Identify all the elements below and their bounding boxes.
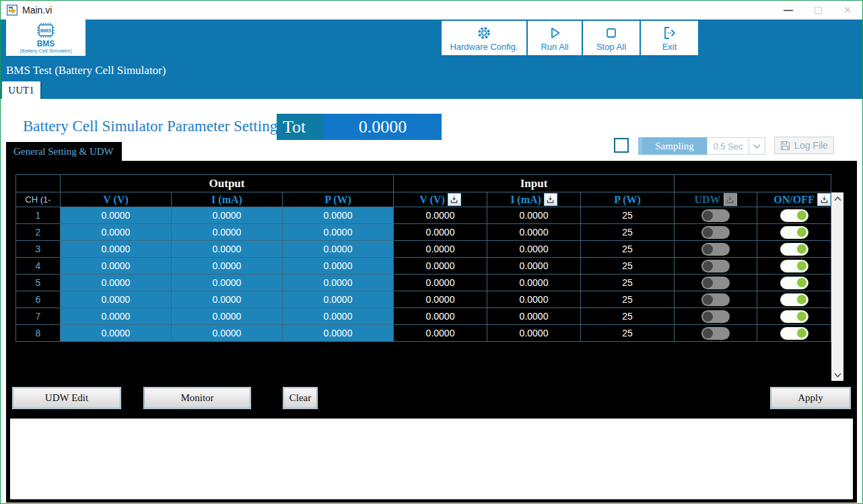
output-i-field[interactable]: 0.0000 [172, 291, 283, 308]
output-i-field[interactable]: 0.0000 [172, 224, 283, 241]
udw-toggle[interactable] [701, 277, 730, 289]
input-v-field[interactable]: 0.0000 [394, 258, 487, 275]
channel-number: 4 [16, 258, 61, 275]
bms-home-button[interactable]: BMS BMS (Battery Cell Simulator) [6, 20, 85, 56]
apply-button[interactable]: Apply [771, 388, 850, 408]
toggle-knob [797, 278, 806, 287]
input-p-field[interactable]: 25 [581, 308, 675, 325]
udw-toggle[interactable] [701, 243, 730, 256]
clear-button[interactable]: Clear [283, 388, 317, 408]
input-p-field[interactable]: 25 [581, 258, 675, 275]
scroll-down-button[interactable] [831, 369, 843, 381]
output-i-field[interactable]: 0.0000 [172, 258, 283, 275]
output-p-field[interactable]: 0.0000 [283, 275, 394, 291]
input-i-field[interactable]: 0.0000 [487, 241, 581, 258]
onoff-toggle[interactable] [780, 277, 808, 289]
onoff-toggle[interactable] [780, 310, 808, 323]
input-v-field[interactable]: 0.0000 [394, 325, 487, 342]
input-i-field[interactable]: 0.0000 [487, 291, 581, 308]
udw-toggle[interactable] [701, 310, 730, 323]
onoff-toggle[interactable] [780, 293, 808, 306]
log-file-button[interactable]: Log File [774, 137, 834, 154]
input-p-field[interactable]: 25 [581, 291, 675, 308]
onoff-header: ON/OFF [757, 192, 831, 207]
input-i-field[interactable]: 0.0000 [487, 308, 581, 325]
onoff-cell [757, 224, 831, 241]
total-value: 0.0000 [324, 114, 442, 140]
output-v-field[interactable]: 0.0000 [61, 308, 172, 325]
output-p-field[interactable]: 0.0000 [283, 241, 394, 258]
output-i-field[interactable]: 0.0000 [172, 308, 283, 325]
output-v-field[interactable]: 0.0000 [61, 207, 172, 224]
onoff-cell [757, 207, 831, 224]
udw-toggle[interactable] [701, 327, 730, 340]
close-button[interactable]: ✕ [833, 1, 862, 20]
sampling-interval-select[interactable]: 0.5 Sec [707, 137, 765, 155]
fill-down-icon-disabled [724, 193, 737, 206]
tab-uut1[interactable]: UUT1 [2, 81, 40, 99]
exit-button[interactable]: Exit [641, 21, 698, 55]
onoff-toggle[interactable] [780, 209, 808, 222]
input-p-field[interactable]: 25 [581, 241, 675, 258]
udw-toggle[interactable] [701, 293, 730, 306]
input-v-field[interactable]: 0.0000 [394, 207, 487, 224]
input-p-field[interactable]: 25 [581, 207, 675, 224]
hardware-config-button[interactable]: Hardware Config. [442, 21, 526, 55]
stop-all-button[interactable]: Stop All [583, 21, 640, 55]
vertical-scrollbar[interactable] [831, 192, 843, 381]
output-v-field[interactable]: 0.0000 [61, 224, 172, 241]
output-p-field[interactable]: 0.0000 [283, 291, 394, 308]
onoff-toggle[interactable] [780, 260, 808, 273]
monitor-button[interactable]: Monitor [144, 388, 250, 408]
input-i-field[interactable]: 0.0000 [487, 224, 581, 241]
fill-down-icon[interactable] [544, 193, 557, 206]
input-p-field[interactable]: 25 [581, 325, 675, 342]
udw-toggle[interactable] [701, 260, 730, 273]
input-v-field[interactable]: 0.0000 [394, 308, 487, 325]
minimize-button[interactable]: — [773, 1, 803, 20]
input-v-label: V (V) [419, 194, 444, 206]
message-log-area[interactable] [10, 419, 853, 499]
input-i-field[interactable]: 0.0000 [487, 258, 581, 275]
fill-down-icon[interactable] [448, 193, 461, 206]
maximize-button[interactable] [803, 1, 833, 20]
scroll-up-button[interactable] [831, 192, 843, 205]
output-i-field[interactable]: 0.0000 [172, 325, 283, 342]
fill-down-icon[interactable] [817, 193, 831, 206]
output-p-field[interactable]: 0.0000 [283, 308, 394, 325]
output-v-field[interactable]: 0.0000 [61, 275, 172, 291]
output-v-field[interactable]: 0.0000 [61, 291, 172, 308]
channel-number: 5 [16, 275, 61, 291]
output-p-field[interactable]: 0.0000 [283, 325, 394, 342]
output-i-field[interactable]: 0.0000 [172, 275, 283, 291]
onoff-toggle[interactable] [780, 243, 808, 256]
onoff-toggle[interactable] [780, 226, 808, 239]
output-v-field[interactable]: 0.0000 [61, 325, 172, 342]
udw-cell [675, 207, 757, 224]
output-i-field[interactable]: 0.0000 [172, 207, 283, 224]
input-v-field[interactable]: 0.0000 [394, 291, 487, 308]
input-i-field[interactable]: 0.0000 [487, 207, 581, 224]
tab-general-setting-udw[interactable]: General Setting & UDW [6, 142, 122, 161]
input-v-field[interactable]: 0.0000 [394, 275, 487, 291]
input-i-field[interactable]: 0.0000 [487, 275, 581, 291]
sampling-checkbox[interactable] [614, 138, 629, 153]
input-p-field[interactable]: 25 [581, 224, 675, 241]
output-p-field[interactable]: 0.0000 [283, 207, 394, 224]
toggle-knob [797, 295, 806, 304]
output-p-field[interactable]: 0.0000 [283, 224, 394, 241]
output-p-field[interactable]: 0.0000 [283, 258, 394, 275]
input-i-field[interactable]: 0.0000 [487, 325, 581, 342]
output-i-field[interactable]: 0.0000 [172, 241, 283, 258]
input-v-field[interactable]: 0.0000 [394, 241, 487, 258]
udw-edit-button[interactable]: UDW Edit [13, 388, 120, 408]
onoff-toggle[interactable] [780, 327, 808, 340]
output-v-field[interactable]: 0.0000 [61, 258, 172, 275]
output-v-field[interactable]: 0.0000 [61, 241, 172, 258]
udw-toggle[interactable] [701, 226, 730, 239]
channel-number: 8 [16, 325, 61, 342]
input-v-field[interactable]: 0.0000 [394, 224, 487, 241]
input-p-field[interactable]: 25 [581, 275, 675, 291]
udw-toggle[interactable] [701, 209, 730, 222]
run-all-button[interactable]: Run All [528, 21, 582, 55]
